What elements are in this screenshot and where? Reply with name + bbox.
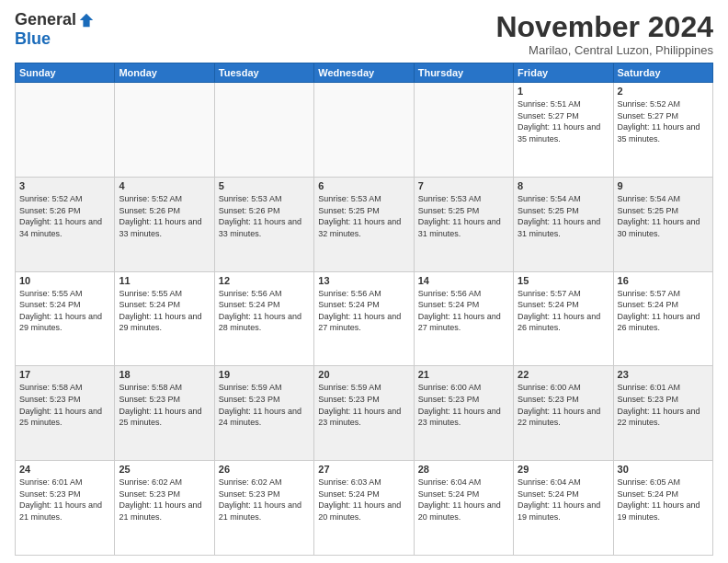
day-number: 10 [19,275,110,286]
table-row: 6Sunrise: 5:53 AM Sunset: 5:25 PM Daylig… [314,177,414,271]
day-number: 19 [219,369,310,380]
day-info: Sunrise: 5:58 AM Sunset: 5:23 PM Dayligh… [19,382,110,428]
day-info: Sunrise: 5:54 AM Sunset: 5:25 PM Dayligh… [618,193,709,239]
day-number: 30 [618,464,709,475]
table-row: 21Sunrise: 6:00 AM Sunset: 5:23 PM Dayli… [414,366,513,461]
day-number: 14 [418,275,509,286]
day-info: Sunrise: 6:02 AM Sunset: 5:23 PM Dayligh… [119,477,210,523]
table-row [314,83,414,178]
table-row: 1Sunrise: 5:51 AM Sunset: 5:27 PM Daylig… [514,83,613,178]
header-saturday: Saturday [613,63,712,83]
calendar-week-row: 17Sunrise: 5:58 AM Sunset: 5:23 PM Dayli… [16,366,713,461]
day-number: 22 [518,369,609,380]
day-number: 28 [418,464,509,475]
table-row: 23Sunrise: 6:01 AM Sunset: 5:23 PM Dayli… [613,366,712,461]
day-info: Sunrise: 6:00 AM Sunset: 5:23 PM Dayligh… [418,382,509,428]
day-info: Sunrise: 5:51 AM Sunset: 5:27 PM Dayligh… [518,98,609,144]
day-info: Sunrise: 5:59 AM Sunset: 5:23 PM Dayligh… [219,382,310,428]
header: General Blue November 2024 Marilao, Cent… [15,11,713,57]
day-number: 9 [618,180,709,191]
day-info: Sunrise: 5:55 AM Sunset: 5:24 PM Dayligh… [119,288,210,334]
table-row: 14Sunrise: 5:56 AM Sunset: 5:24 PM Dayli… [414,271,513,366]
day-info: Sunrise: 5:56 AM Sunset: 5:24 PM Dayligh… [418,288,509,334]
calendar-week-row: 24Sunrise: 6:01 AM Sunset: 5:23 PM Dayli… [16,461,713,556]
header-monday: Monday [115,63,214,83]
day-number: 16 [618,275,709,286]
day-info: Sunrise: 5:55 AM Sunset: 5:24 PM Dayligh… [19,288,110,334]
calendar-week-row: 3Sunrise: 5:52 AM Sunset: 5:26 PM Daylig… [16,177,713,271]
table-row: 8Sunrise: 5:54 AM Sunset: 5:25 PM Daylig… [514,177,613,271]
day-number: 2 [618,86,709,97]
table-row: 17Sunrise: 5:58 AM Sunset: 5:23 PM Dayli… [16,366,115,461]
header-friday: Friday [514,63,613,83]
day-info: Sunrise: 5:53 AM Sunset: 5:25 PM Dayligh… [418,193,509,239]
table-row: 25Sunrise: 6:02 AM Sunset: 5:23 PM Dayli… [115,461,214,556]
header-thursday: Thursday [414,63,513,83]
day-number: 3 [19,180,110,191]
table-row: 4Sunrise: 5:52 AM Sunset: 5:26 PM Daylig… [115,177,214,271]
day-info: Sunrise: 6:01 AM Sunset: 5:23 PM Dayligh… [19,477,110,523]
table-row: 30Sunrise: 6:05 AM Sunset: 5:24 PM Dayli… [613,461,712,556]
svg-marker-0 [80,14,93,27]
day-info: Sunrise: 6:01 AM Sunset: 5:23 PM Dayligh… [618,382,709,428]
day-number: 13 [318,275,409,286]
day-info: Sunrise: 5:52 AM Sunset: 5:26 PM Dayligh… [19,193,110,239]
day-info: Sunrise: 5:57 AM Sunset: 5:24 PM Dayligh… [618,288,709,334]
table-row: 11Sunrise: 5:55 AM Sunset: 5:24 PM Dayli… [115,271,214,366]
day-info: Sunrise: 5:52 AM Sunset: 5:26 PM Dayligh… [119,193,210,239]
table-row: 13Sunrise: 5:56 AM Sunset: 5:24 PM Dayli… [314,271,414,366]
page: General Blue November 2024 Marilao, Cent… [0,0,728,563]
table-row: 10Sunrise: 5:55 AM Sunset: 5:24 PM Dayli… [16,271,115,366]
table-row: 19Sunrise: 5:59 AM Sunset: 5:23 PM Dayli… [214,366,313,461]
day-info: Sunrise: 5:59 AM Sunset: 5:23 PM Dayligh… [318,382,409,428]
calendar-week-row: 1Sunrise: 5:51 AM Sunset: 5:27 PM Daylig… [16,83,713,178]
day-number: 24 [19,464,110,475]
weekday-header-row: Sunday Monday Tuesday Wednesday Thursday… [16,63,713,83]
day-number: 23 [618,369,709,380]
day-info: Sunrise: 5:57 AM Sunset: 5:24 PM Dayligh… [518,288,609,334]
table-row: 15Sunrise: 5:57 AM Sunset: 5:24 PM Dayli… [514,271,613,366]
day-info: Sunrise: 5:54 AM Sunset: 5:25 PM Dayligh… [518,193,609,239]
logo: General Blue [15,11,95,49]
day-info: Sunrise: 5:56 AM Sunset: 5:24 PM Dayligh… [318,288,409,334]
day-info: Sunrise: 5:56 AM Sunset: 5:24 PM Dayligh… [219,288,310,334]
day-number: 17 [19,369,110,380]
day-info: Sunrise: 5:58 AM Sunset: 5:23 PM Dayligh… [119,382,210,428]
day-number: 6 [318,180,409,191]
day-number: 7 [418,180,509,191]
header-tuesday: Tuesday [214,63,313,83]
table-row [214,83,313,178]
header-wednesday: Wednesday [314,63,414,83]
header-sunday: Sunday [16,63,115,83]
table-row [115,83,214,178]
day-number: 1 [518,86,609,97]
day-number: 29 [518,464,609,475]
table-row [414,83,513,178]
table-row: 3Sunrise: 5:52 AM Sunset: 5:26 PM Daylig… [16,177,115,271]
day-number: 5 [219,180,310,191]
day-number: 4 [119,180,210,191]
logo-general: General [15,11,76,29]
table-row: 29Sunrise: 6:04 AM Sunset: 5:24 PM Dayli… [514,461,613,556]
day-number: 18 [119,369,210,380]
table-row: 16Sunrise: 5:57 AM Sunset: 5:24 PM Dayli… [613,271,712,366]
table-row: 12Sunrise: 5:56 AM Sunset: 5:24 PM Dayli… [214,271,313,366]
table-row: 28Sunrise: 6:04 AM Sunset: 5:24 PM Dayli… [414,461,513,556]
day-info: Sunrise: 6:05 AM Sunset: 5:24 PM Dayligh… [618,477,709,523]
day-info: Sunrise: 5:53 AM Sunset: 5:26 PM Dayligh… [219,193,310,239]
table-row: 20Sunrise: 5:59 AM Sunset: 5:23 PM Dayli… [314,366,414,461]
location: Marilao, Central Luzon, Philippines [495,43,713,57]
day-info: Sunrise: 6:02 AM Sunset: 5:23 PM Dayligh… [219,477,310,523]
table-row: 2Sunrise: 5:52 AM Sunset: 5:27 PM Daylig… [613,83,712,178]
day-number: 25 [119,464,210,475]
day-info: Sunrise: 5:53 AM Sunset: 5:25 PM Dayligh… [318,193,409,239]
day-number: 26 [219,464,310,475]
calendar-week-row: 10Sunrise: 5:55 AM Sunset: 5:24 PM Dayli… [16,271,713,366]
day-info: Sunrise: 6:03 AM Sunset: 5:24 PM Dayligh… [318,477,409,523]
logo-icon [78,12,95,29]
table-row: 24Sunrise: 6:01 AM Sunset: 5:23 PM Dayli… [16,461,115,556]
day-info: Sunrise: 6:00 AM Sunset: 5:23 PM Dayligh… [518,382,609,428]
day-info: Sunrise: 6:04 AM Sunset: 5:24 PM Dayligh… [418,477,509,523]
table-row: 9Sunrise: 5:54 AM Sunset: 5:25 PM Daylig… [613,177,712,271]
table-row: 5Sunrise: 5:53 AM Sunset: 5:26 PM Daylig… [214,177,313,271]
